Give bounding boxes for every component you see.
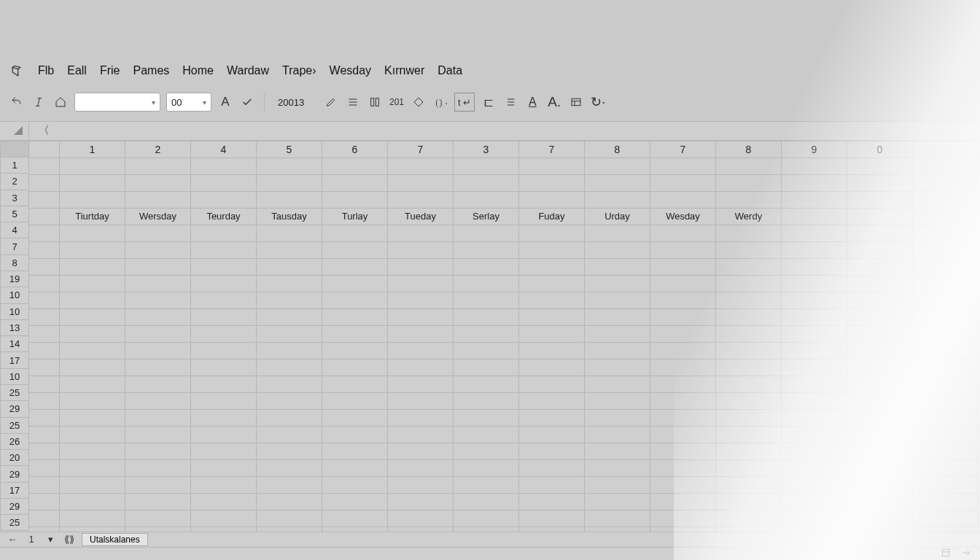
row-header[interactable]: 25 [0,515,29,531]
cell[interactable] [191,510,257,527]
cell[interactable] [847,359,913,376]
cell[interactable] [519,192,585,209]
cell[interactable] [716,359,782,376]
cell[interactable] [782,477,847,494]
cell[interactable] [257,376,322,393]
cell[interactable] [519,510,585,527]
cell[interactable] [782,292,847,309]
cell[interactable] [716,460,782,477]
cell[interactable] [125,309,191,326]
cell[interactable] [847,427,913,443]
cell[interactable] [585,477,650,494]
cell[interactable] [519,326,585,343]
cell[interactable] [782,393,847,410]
cell[interactable] [29,259,60,276]
cell[interactable] [650,494,716,510]
cell[interactable] [847,393,913,410]
cell[interactable] [519,292,585,309]
cell[interactable] [519,359,585,376]
cell[interactable] [782,158,847,175]
cell[interactable] [29,460,60,477]
cell[interactable] [650,309,716,326]
cell[interactable] [322,393,388,410]
cell[interactable] [454,477,519,494]
cell[interactable] [716,292,782,309]
cell[interactable] [257,359,322,376]
cell[interactable] [650,477,716,494]
cell[interactable] [60,494,125,510]
cell[interactable] [60,393,125,410]
view-normal-icon[interactable] [941,548,951,561]
cell[interactable] [125,326,191,343]
cell[interactable] [29,292,60,309]
cell[interactable] [650,510,716,527]
cell[interactable] [388,376,454,393]
cell[interactable] [585,276,650,292]
cell[interactable] [29,376,60,393]
cell[interactable] [29,443,60,460]
pencil-icon[interactable] [323,93,339,112]
cell[interactable] [322,376,388,393]
cell[interactable] [454,376,519,393]
cell[interactable] [782,225,847,242]
cell[interactable] [257,477,322,494]
cell[interactable] [322,158,388,175]
cell[interactable] [716,192,782,209]
cell[interactable] [60,343,125,359]
cell[interactable] [322,225,388,242]
row-header[interactable]: 25 [0,418,29,434]
cell[interactable] [191,376,257,393]
cell[interactable] [125,494,191,510]
cell[interactable] [782,175,847,192]
cell[interactable] [585,393,650,410]
menu-flb[interactable]: Flb [38,64,54,77]
cell[interactable] [191,393,257,410]
cell[interactable] [716,527,782,532]
cell[interactable] [519,477,585,494]
column-header[interactable] [29,141,60,158]
cell[interactable] [322,292,388,309]
cell[interactable] [454,292,519,309]
cell[interactable] [913,276,979,292]
cell[interactable] [716,510,782,527]
cell[interactable] [782,209,847,225]
cell[interactable] [847,175,913,192]
cell[interactable] [650,393,716,410]
cell[interactable] [782,359,847,376]
cell[interactable] [388,460,454,477]
cell[interactable] [585,494,650,510]
cell[interactable] [650,292,716,309]
cell[interactable] [388,192,454,209]
cell[interactable] [716,309,782,326]
cell[interactable] [257,242,322,259]
cell[interactable] [650,175,716,192]
cell[interactable] [60,175,125,192]
row-header[interactable]: 10 [0,304,29,320]
cell[interactable] [847,158,913,175]
cell[interactable] [913,376,979,393]
cell[interactable] [519,158,585,175]
cell[interactable] [60,242,125,259]
cell[interactable] [257,427,322,443]
cell[interactable] [519,443,585,460]
cell[interactable] [29,527,60,532]
cell[interactable] [716,443,782,460]
cell[interactable] [454,158,519,175]
columns-icon[interactable] [367,93,383,112]
cell[interactable] [913,292,979,309]
cell[interactable] [191,242,257,259]
cell[interactable] [125,343,191,359]
cell[interactable] [125,158,191,175]
cell[interactable] [913,158,979,175]
cell[interactable] [454,242,519,259]
cell[interactable] [125,359,191,376]
cell[interactable] [29,393,60,410]
cell[interactable] [913,359,979,376]
font-name-input[interactable]: ▾ [74,93,160,112]
cell[interactable] [125,527,191,532]
cell[interactable] [716,158,782,175]
cell[interactable] [454,259,519,276]
menu-wesday[interactable]: Wesday [330,64,372,77]
cell[interactable] [585,376,650,393]
back-chevron-icon[interactable]: 〈 [29,123,58,139]
